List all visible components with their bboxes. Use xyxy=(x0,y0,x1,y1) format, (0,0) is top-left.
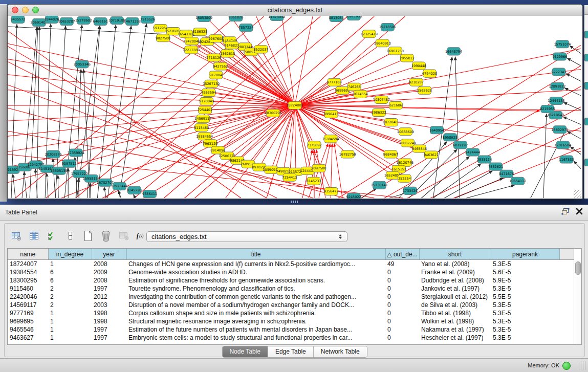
node[interactable]: 9227343 xyxy=(551,68,566,76)
node[interactable]: 20206576 xyxy=(45,150,62,158)
selected-edge[interactable] xyxy=(295,74,429,105)
node[interactable]: 8813054 xyxy=(329,16,344,22)
selected-node[interactable]: 9777169 xyxy=(327,78,342,86)
edge[interactable] xyxy=(563,117,581,124)
selected-edge[interactable] xyxy=(295,105,319,168)
column-header-outde[interactable]: △ out_de... xyxy=(385,249,419,260)
network-canvas[interactable]: 9435572206914061844026106532871527860264… xyxy=(8,16,582,199)
table-header-row[interactable]: namein_degreeyeartitle△ out_de...shortpa… xyxy=(8,249,574,260)
selected-edge[interactable] xyxy=(290,105,295,178)
selected-node[interactable]: 10807487 xyxy=(373,96,390,103)
table-row[interactable]: 1872400712008Changes of HCN gene express… xyxy=(8,260,574,269)
selected-node[interactable]: 917004 xyxy=(209,71,223,79)
selected-node[interactable]: 8186328 xyxy=(192,28,207,36)
column-header-name[interactable]: name xyxy=(8,249,48,260)
background-window-sliver[interactable] xyxy=(584,5,588,199)
edge[interactable] xyxy=(566,74,581,81)
selected-node[interactable]: 7375692 xyxy=(307,141,322,149)
column-visibility-icon[interactable] xyxy=(29,230,40,242)
edge[interactable] xyxy=(47,173,48,198)
selected-node[interactable]: 9097588 xyxy=(312,164,326,172)
table-selector-dropdown[interactable]: citations_edges.txt xyxy=(146,231,347,242)
column-header-short[interactable]: short xyxy=(419,249,491,260)
node[interactable]: 9361826 xyxy=(228,16,243,21)
edge[interactable] xyxy=(567,58,581,65)
node[interactable]: 7515526 xyxy=(140,16,155,24)
column-header-title[interactable]: title xyxy=(126,249,385,260)
control-panel-edge[interactable] xyxy=(0,4,7,202)
memory-status-icon[interactable] xyxy=(562,362,571,370)
edge[interactable] xyxy=(107,26,131,198)
selected-node[interactable]: 8522037 xyxy=(253,46,268,53)
edge[interactable] xyxy=(361,188,377,198)
table-options-icon[interactable] xyxy=(11,230,22,242)
node[interactable]: 15751074 xyxy=(554,40,571,48)
node[interactable]: 15278602 xyxy=(75,17,92,25)
edge[interactable] xyxy=(13,174,15,198)
network-window-titlebar[interactable]: citations_edges.txt xyxy=(8,5,582,16)
node[interactable]: 17016504 xyxy=(554,141,571,149)
tab-edge-table[interactable]: Edge Table xyxy=(268,346,314,357)
selected-node[interactable]: 10688609 xyxy=(397,128,414,136)
column-header-indegree[interactable]: in_degree xyxy=(48,249,92,260)
selected-node[interactable]: 9146821 xyxy=(224,41,239,49)
selected-edge[interactable] xyxy=(8,62,277,198)
edge[interactable] xyxy=(567,131,581,139)
selected-node[interactable]: 1990448 xyxy=(411,62,426,70)
selected-node[interactable]: 19384554 xyxy=(196,133,213,140)
selected-node[interactable]: 12325419 xyxy=(361,30,378,38)
selected-edge[interactable] xyxy=(8,90,295,105)
selected-node[interactable]: 7955812 xyxy=(400,54,415,62)
selected-edge[interactable] xyxy=(295,49,581,105)
selected-node[interactable]: 9684067 xyxy=(383,150,398,158)
selected-node[interactable]: 621606 xyxy=(389,101,402,109)
node[interactable]: 7857224 xyxy=(238,24,253,32)
node[interactable]: 16053809 xyxy=(195,16,212,22)
column-header-year[interactable]: year xyxy=(92,249,126,260)
selected-node[interactable]: 15384594 xyxy=(322,135,339,143)
selected-node[interactable]: 2967608 xyxy=(208,35,223,42)
node[interactable]: 7832621 xyxy=(488,163,503,170)
node[interactable]: 1167533 xyxy=(559,156,574,163)
node[interactable]: 1640954 xyxy=(429,126,444,134)
node[interactable]: 15692971 xyxy=(551,126,568,134)
selected-node[interactable]: 12213383 xyxy=(183,46,200,54)
selected-node[interactable]: 22420046 xyxy=(183,37,200,45)
edge[interactable] xyxy=(563,102,581,110)
node[interactable]: 17359924 xyxy=(68,149,84,157)
selected-node[interactable]: 8990415 xyxy=(324,111,339,118)
edge[interactable] xyxy=(58,175,58,198)
node[interactable]: 20053346 xyxy=(74,60,91,68)
node[interactable]: 19218506 xyxy=(379,24,396,31)
node[interactable]: 10653287 xyxy=(58,18,75,26)
attribute-table[interactable]: namein_degreeyeartitle△ out_de...shortpa… xyxy=(7,248,582,345)
selected-node[interactable]: 18300295 xyxy=(265,110,281,117)
selected-node[interactable]: 15267130 xyxy=(203,80,220,87)
edge[interactable] xyxy=(24,171,27,198)
window-resize-grip[interactable] xyxy=(574,190,581,198)
selected-node[interactable]: 8145233 xyxy=(307,177,321,185)
selected-node[interactable]: 9827508 xyxy=(156,34,170,42)
selected-node[interactable]: 7953594 xyxy=(201,89,216,96)
table-row[interactable]: 977716911998Corpus callosum shape and si… xyxy=(8,309,574,317)
table-row[interactable]: 2242004622012Investigating the contribut… xyxy=(8,293,574,301)
network-graph[interactable]: 9435572206914061844026106532871527860264… xyxy=(8,16,582,199)
edge[interactable] xyxy=(467,185,515,198)
edge[interactable] xyxy=(30,27,38,198)
selected-node[interactable]: 1562628 xyxy=(417,86,432,94)
table-row[interactable]: 1830029562008Estimation of significance … xyxy=(8,276,574,285)
node[interactable]: 8145290 xyxy=(127,186,142,194)
edge[interactable] xyxy=(119,24,146,198)
close-icon[interactable] xyxy=(576,208,583,217)
table-row[interactable]: 911546021997Tourette syndrome. Phenomeno… xyxy=(8,285,574,293)
node[interactable]: 9129966 xyxy=(552,53,567,60)
table-row[interactable]: 1938455462009Genome-wide association stu… xyxy=(8,268,574,276)
node[interactable]: 12923446 xyxy=(111,182,128,190)
scrollbar-thumb[interactable] xyxy=(575,261,581,275)
selected-node[interactable]: 252254 xyxy=(398,174,411,182)
selected-node[interactable]: 18724007 xyxy=(286,101,303,109)
row-height-icon[interactable] xyxy=(64,230,76,242)
edge[interactable] xyxy=(570,46,581,53)
edge[interactable] xyxy=(104,187,106,198)
column-header-pagerank[interactable]: pagerank xyxy=(491,249,559,260)
